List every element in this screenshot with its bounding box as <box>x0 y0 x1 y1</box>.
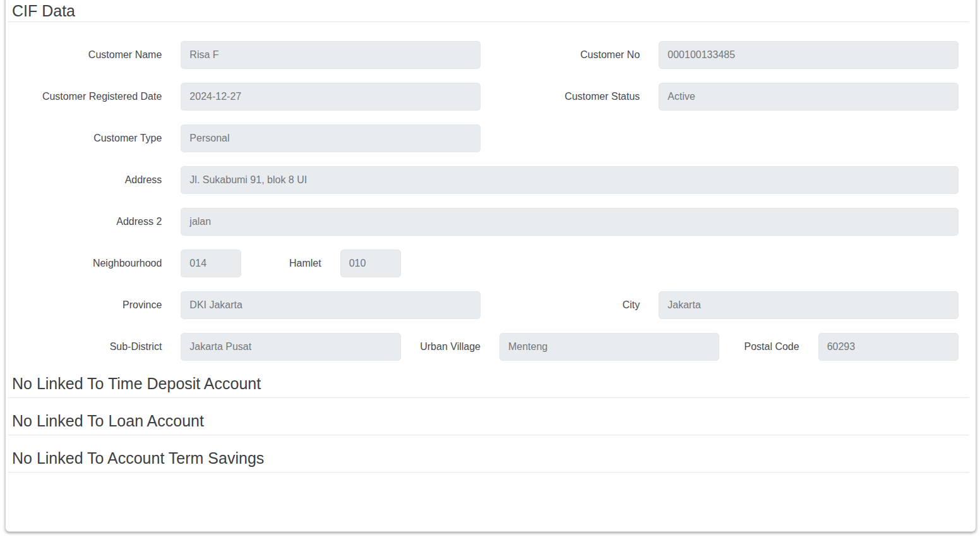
province-input[interactable] <box>181 291 481 319</box>
postal-code-label: Postal Code <box>738 333 799 355</box>
section-divider-term-savings <box>8 472 969 473</box>
form-row-name-no: Customer Name Customer No <box>12 41 968 69</box>
sub-district-input[interactable] <box>181 333 401 361</box>
section-title-loan: No Linked To Loan Account <box>12 412 969 430</box>
hamlet-label: Hamlet <box>260 250 321 272</box>
section-divider-time-deposit <box>8 397 969 398</box>
form-row-date-status: Customer Registered Date Customer Status <box>12 83 968 111</box>
city-input[interactable] <box>659 291 959 319</box>
sub-district-label: Sub-District <box>21 333 162 355</box>
registered-date-label: Customer Registered Date <box>21 83 162 105</box>
form-row-address: Address <box>12 166 968 194</box>
address-label: Address <box>21 166 162 188</box>
section-title-term-savings: No Linked To Account Term Savings <box>12 449 969 467</box>
cif-form: Customer Name Customer No Customer Regis… <box>12 41 968 361</box>
customer-no-input[interactable] <box>659 41 959 69</box>
customer-status-label: Customer Status <box>499 83 640 105</box>
page-title: CIF Data <box>12 3 969 19</box>
urban-village-input[interactable] <box>499 333 720 361</box>
cif-data-card: CIF Data Customer Name Customer No Custo… <box>5 0 976 532</box>
city-label: City <box>499 291 640 313</box>
address-input[interactable] <box>181 166 959 194</box>
hamlet-input[interactable] <box>340 250 401 277</box>
neighbourhood-label: Neighbourhood <box>21 250 162 272</box>
address2-input[interactable] <box>181 208 959 236</box>
section-title-time-deposit: No Linked To Time Deposit Account <box>12 375 969 392</box>
registered-date-input[interactable] <box>181 83 481 111</box>
customer-name-label: Customer Name <box>21 41 162 63</box>
title-divider <box>8 21 969 22</box>
customer-type-input[interactable] <box>181 124 481 152</box>
customer-no-label: Customer No <box>499 41 640 63</box>
customer-status-input[interactable] <box>659 83 959 111</box>
section-divider-loan <box>8 435 969 435</box>
form-row-district-village-postal: Sub-District Urban Village Postal Code <box>12 333 968 361</box>
customer-type-label: Customer Type <box>21 124 162 147</box>
postal-code-input[interactable] <box>818 333 959 361</box>
form-row-neighbourhood-hamlet: Neighbourhood Hamlet <box>12 250 968 277</box>
form-row-province-city: Province City <box>12 291 968 319</box>
neighbourhood-input[interactable] <box>181 250 241 277</box>
form-row-type: Customer Type <box>12 124 968 152</box>
urban-village-label: Urban Village <box>420 333 481 355</box>
province-label: Province <box>21 291 162 313</box>
address2-label: Address 2 <box>21 208 162 230</box>
form-row-address2: Address 2 <box>12 208 968 236</box>
customer-name-input[interactable] <box>181 41 481 69</box>
